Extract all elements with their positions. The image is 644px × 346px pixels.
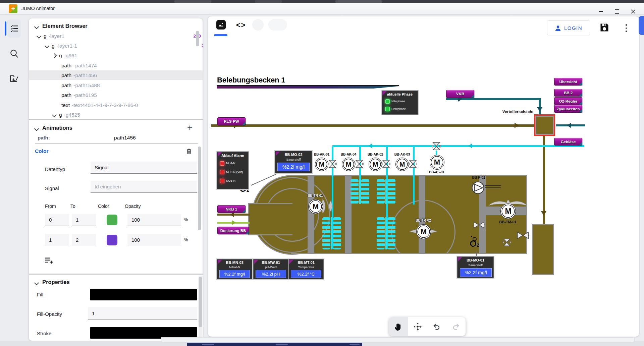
window-maximize-button[interactable]: [612, 8, 622, 15]
valve-h[interactable]: [473, 221, 485, 230]
valve-ak04[interactable]: [355, 160, 364, 170]
diagram-title: Belebungsbecken 1: [217, 76, 285, 84]
delete-animation-button[interactable]: [185, 148, 193, 156]
chevron-right-icon[interactable]: [52, 53, 57, 58]
add-row-button[interactable]: [44, 257, 54, 266]
path-value: path1456: [114, 135, 136, 141]
nav-button-rls-pw[interactable]: RLS-PW: [217, 117, 246, 125]
device-label-ak03: BB-AK-03: [391, 153, 413, 156]
move-tool-button[interactable]: [408, 317, 427, 336]
motor-tr02[interactable]: M: [416, 224, 431, 239]
meter-mn03: BB-MN-03 Nitrat-N %2.2f mg/l: [217, 259, 252, 279]
animation-color-link[interactable]: Color: [35, 148, 48, 154]
nav-button-o2-regler[interactable]: O2-Regler: [554, 97, 582, 105]
sidebar-item-element-browser[interactable]: [10, 24, 19, 34]
tree-row-path15488[interactable]: path-path15488: [29, 80, 203, 90]
tree-row-path6195[interactable]: path-path6195: [29, 90, 203, 100]
nav-button-geblaese[interactable]: Gebläse: [554, 138, 582, 146]
led-green: [385, 99, 390, 104]
window-minimize-button[interactable]: [596, 8, 606, 15]
valve-as01[interactable]: [432, 142, 441, 152]
titlebar: + JUMO Animator: [0, 3, 644, 15]
opacity-input-1[interactable]: [127, 214, 181, 226]
animations-scrollbar[interactable]: [198, 147, 201, 230]
tree-row-g961[interactable]: g-g961: [29, 51, 203, 60]
count-badge: 220: [201, 43, 203, 48]
motor-tm01[interactable]: M: [500, 204, 516, 219]
meter-mo2: BB-MO-02 Sauerstoff %2.2f mg/l: [275, 151, 312, 173]
motor-ak02[interactable]: M: [369, 158, 382, 171]
device-label-p01: BB-P-01: [467, 176, 490, 179]
unit-percent: %: [184, 217, 188, 222]
kebab-menu-button[interactable]: [624, 23, 629, 34]
tree-row-layer1[interactable]: g-layer1 220: [29, 31, 203, 41]
undo-icon: [432, 322, 441, 331]
chevron-down-icon[interactable]: [52, 112, 57, 117]
motor-ak04[interactable]: M: [342, 158, 355, 171]
tree-row-layer1-1[interactable]: g-layer1-1 220: [29, 41, 203, 51]
stroke-color-swatch[interactable]: [90, 327, 197, 339]
nav-button-zykluszeiten[interactable]: Zykluszeiten: [554, 105, 582, 113]
chevron-down-icon[interactable]: [34, 281, 39, 285]
tree-row-text4401[interactable]: text-text4401-4-1-9-7-3-9-7-86-0: [29, 100, 203, 110]
valve-ak03[interactable]: [409, 160, 417, 170]
nav-button-vkb[interactable]: VKB: [446, 90, 474, 98]
hand-tool-button[interactable]: [389, 317, 408, 336]
chevron-down-icon[interactable]: [45, 43, 49, 48]
datentyp-label: Datentyp: [45, 166, 65, 172]
device-label-tr01: BB-TR-01: [304, 194, 327, 197]
color-swatch-1[interactable]: [107, 215, 117, 225]
window-close-button[interactable]: [628, 8, 638, 15]
opacity-input-2[interactable]: [127, 234, 181, 246]
col-to: To: [70, 204, 75, 209]
fill-opacity-input[interactable]: [88, 307, 197, 320]
led-green: [385, 107, 390, 111]
login-button[interactable]: LOGIN: [547, 20, 590, 35]
valve-icon: [432, 142, 441, 151]
from-input-2[interactable]: [45, 234, 69, 246]
valve-h[interactable]: [517, 231, 529, 241]
valve-ak01[interactable]: [328, 160, 337, 170]
nav-button-nkb1[interactable]: NKB 1: [217, 205, 246, 213]
o2-sensor-symbol[interactable]: O2: [470, 239, 479, 249]
tree-scrollbar[interactable]: [196, 31, 199, 46]
device-label-as01: BB-AS-01: [425, 170, 448, 174]
datentyp-select[interactable]: Signal: [91, 162, 197, 174]
valve-v[interactable]: [503, 236, 511, 250]
redo-button[interactable]: [446, 317, 465, 336]
decor: [202, 344, 214, 345]
save-button[interactable]: [599, 22, 609, 34]
selected-element-highlight[interactable]: [534, 114, 555, 136]
tab-code-view[interactable]: <>: [236, 21, 246, 30]
fill-color-swatch[interactable]: [90, 289, 197, 300]
to-input-1[interactable]: [72, 214, 96, 226]
tree-row-path1474[interactable]: path-path1474: [29, 61, 203, 70]
tab-graphic-view[interactable]: [216, 20, 226, 30]
undo-button[interactable]: [427, 317, 446, 336]
nav-button-uebersicht[interactable]: Übersicht: [554, 78, 582, 85]
chevron-down-icon[interactable]: [34, 24, 39, 29]
chevron-down-icon[interactable]: [34, 126, 39, 131]
from-input-1[interactable]: [45, 214, 69, 226]
flow-arrow-right: [232, 220, 236, 225]
nav-button-bb2[interactable]: BB 2: [554, 89, 582, 97]
inspector-panel: Element Browser g-layer1 220 g-layer1-1 …: [29, 18, 203, 341]
to-input-2[interactable]: [72, 234, 96, 246]
add-animation-button[interactable]: +: [187, 123, 193, 133]
sidebar-item-search[interactable]: [9, 48, 19, 60]
motor-tr01[interactable]: M: [308, 199, 323, 214]
signal-input[interactable]: [91, 181, 197, 193]
nav-button-dosierung[interactable]: Dosierung BB: [217, 227, 249, 234]
properties-scrollbar[interactable]: [199, 277, 202, 327]
ghost-window: [335, 0, 382, 3]
pump-p01[interactable]: [471, 181, 485, 196]
valve-ak02[interactable]: [382, 160, 390, 170]
color-swatch-2[interactable]: [107, 235, 117, 245]
motor-as01[interactable]: M: [430, 155, 444, 170]
chevron-down-icon[interactable]: [37, 34, 41, 38]
sidebar-item-library[interactable]: [9, 73, 19, 85]
tree-row-path1456[interactable]: path-path1456 1: [29, 70, 203, 80]
motor-ak01[interactable]: M: [315, 158, 328, 171]
motor-ak03[interactable]: M: [395, 158, 409, 171]
tree-row-g4525[interactable]: g-g4525 1: [29, 111, 203, 119]
